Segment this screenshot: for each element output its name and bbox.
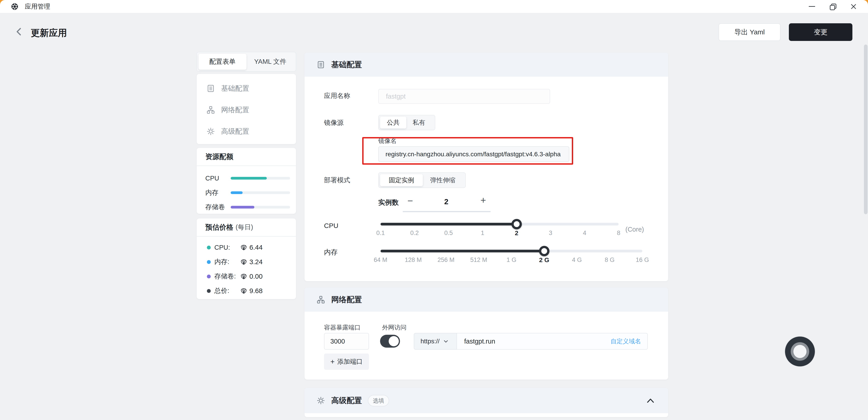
document-icon <box>317 61 325 69</box>
sidebar-item-label: 网络配置 <box>221 105 249 115</box>
instance-decrement-button[interactable]: − <box>407 196 413 206</box>
external-access-toggle[interactable] <box>380 335 400 348</box>
price-title: 预估价格 <box>205 222 233 232</box>
advanced-config-section[interactable]: 高级配置 选填 <box>304 388 668 417</box>
sidebar-nav: 基础配置 网络配置 <box>196 74 296 144</box>
cpu-tick: 8 <box>617 230 620 237</box>
gear-icon <box>317 396 325 404</box>
click-indicator <box>785 336 815 366</box>
domain-input[interactable]: fastgpt.run 自定义域名 <box>457 333 648 350</box>
image-public-option[interactable]: 公共 <box>380 117 406 128</box>
restore-icon <box>830 4 836 9</box>
app-name-placeholder: fastgpt <box>386 93 406 100</box>
memory-slider-label: 内存 <box>324 248 338 257</box>
mem-tick: 128 M <box>405 257 422 264</box>
mem-tick: 256 M <box>437 257 455 264</box>
elastic-scaling-option[interactable]: 弹性伸缩 <box>423 174 463 186</box>
advanced-config-header[interactable]: 高级配置 选填 <box>305 388 668 413</box>
mem-tick: 1 G <box>506 257 517 264</box>
instances-label: 实例数 <box>378 198 399 207</box>
estimated-price-card: 预估价格 (每日) CPU: 6.44 内存: 3.24 <box>196 218 296 299</box>
network-config-header: 网络配置 <box>305 288 668 312</box>
app-window: 应用管理 更新应用 导出 Yaml 变更 配置表单 YAML 文件 <box>0 0 868 420</box>
basic-config-section: 基础配置 应用名称 fastgpt 镜像源 公共 私有 镜像名 registry… <box>304 53 668 281</box>
mem-tick: 16 G <box>636 257 649 264</box>
custom-domain-link[interactable]: 自定义域名 <box>611 337 641 346</box>
deploy-mode-label: 部署模式 <box>324 176 350 185</box>
cpu-tick: 0.2 <box>410 230 419 237</box>
image-name-label: 镜像名 <box>378 137 397 145</box>
price-row-memory: 内存: 3.24 <box>197 255 296 269</box>
container-port-value: 3000 <box>330 338 345 345</box>
quota-title: 资源配额 <box>205 152 233 161</box>
sidebar-item-label: 高级配置 <box>221 127 249 136</box>
currency-shell-icon <box>240 273 247 280</box>
scrollbar-thumb[interactable] <box>864 44 868 214</box>
fixed-instance-option[interactable]: 固定实例 <box>380 174 423 186</box>
network-icon <box>207 106 215 114</box>
cpu-unit-label: (Core) <box>625 226 644 233</box>
container-port-label: 容器暴露端口 <box>324 323 361 332</box>
back-button[interactable] <box>14 27 24 37</box>
network-icon <box>317 296 325 304</box>
external-access-label: 外网访问 <box>382 323 406 332</box>
section-title: 基础配置 <box>331 59 362 70</box>
sidebar-item-network-config[interactable]: 网络配置 <box>197 99 296 121</box>
currency-shell-icon <box>240 244 247 251</box>
quota-row-memory: 内存 <box>205 185 296 200</box>
image-name-input[interactable]: registry.cn-hangzhou.aliyuncs.com/fastgp… <box>378 146 569 162</box>
cpu-slider[interactable] <box>380 223 619 226</box>
cpu-dot-icon <box>207 246 211 249</box>
chevron-down-icon <box>444 340 448 343</box>
resource-quota-card: 资源配额 CPU 内存 存储卷 <box>196 148 296 214</box>
cpu-tick: 0.1 <box>376 230 385 237</box>
toggle-knob <box>389 336 399 346</box>
tab-config-form[interactable]: 配置表单 <box>198 54 246 70</box>
memory-slider[interactable] <box>380 250 642 252</box>
image-source-segmented: 公共 私有 <box>378 115 435 130</box>
image-private-option[interactable]: 私有 <box>406 117 432 128</box>
sidebar-item-label: 基础配置 <box>221 84 249 93</box>
cpu-slider-knob[interactable] <box>512 219 522 229</box>
mem-tick: 4 G <box>572 257 582 264</box>
total-dot-icon <box>207 289 211 293</box>
optional-badge: 选填 <box>368 395 389 407</box>
minimize-button[interactable] <box>802 0 822 13</box>
cpu-tick: 3 <box>549 230 552 237</box>
add-port-button[interactable]: + 添加端口 <box>324 354 369 370</box>
mem-tick: 64 M <box>374 257 387 264</box>
protocol-value: https:// <box>421 338 439 345</box>
price-subtitle: (每日) <box>236 223 253 232</box>
container-port-input[interactable]: 3000 <box>324 333 369 350</box>
sidebar-item-basic-config[interactable]: 基础配置 <box>197 78 296 99</box>
protocol-select[interactable]: https:// <box>414 333 457 350</box>
deploy-mode-segmented: 固定实例 弹性伸缩 <box>378 172 466 188</box>
currency-shell-icon <box>240 259 247 265</box>
image-source-label: 镜像源 <box>324 118 344 127</box>
memory-slider-ticks: 64 M 128 M 256 M 512 M 1 G 2 G 4 G 8 G 1… <box>380 257 642 266</box>
gear-icon <box>207 127 215 136</box>
chevron-up-icon[interactable] <box>646 396 655 404</box>
document-icon <box>207 84 215 92</box>
image-name-value: registry.cn-hangzhou.aliyuncs.com/fastgp… <box>385 151 561 158</box>
export-yaml-button[interactable]: 导出 Yaml <box>718 23 780 41</box>
cpu-quota-bar <box>230 177 290 180</box>
minimize-icon <box>809 6 815 7</box>
page-title: 更新应用 <box>31 27 67 39</box>
app-logo-icon <box>10 2 19 11</box>
domain-value: fastgpt.run <box>464 338 495 345</box>
tab-yaml-file[interactable]: YAML 文件 <box>246 54 294 70</box>
sidebar-item-advanced-config[interactable]: 高级配置 <box>197 121 296 142</box>
plus-icon: + <box>330 358 335 366</box>
apply-change-button[interactable]: 变更 <box>789 23 852 41</box>
restore-button[interactable] <box>822 0 843 13</box>
section-title: 网络配置 <box>331 295 362 305</box>
instance-count-value: 2 <box>438 198 454 206</box>
config-mode-tabs: 配置表单 YAML 文件 <box>196 52 296 72</box>
app-name-input[interactable]: fastgpt <box>378 89 550 104</box>
close-button[interactable] <box>843 0 864 13</box>
instance-increment-button[interactable]: + <box>480 196 486 205</box>
stepper-underline <box>403 211 491 212</box>
app-name-label: 应用名称 <box>324 91 350 100</box>
memory-slider-knob[interactable] <box>539 246 550 256</box>
